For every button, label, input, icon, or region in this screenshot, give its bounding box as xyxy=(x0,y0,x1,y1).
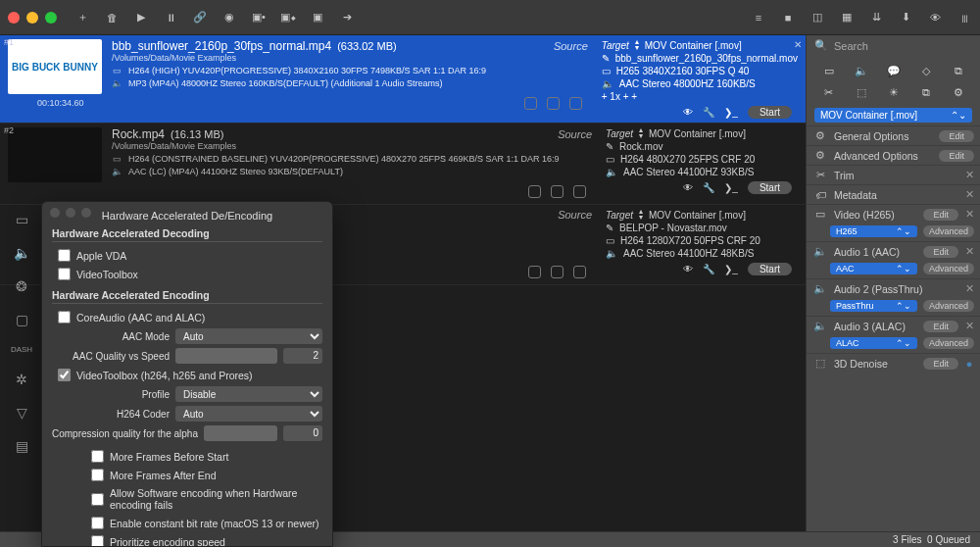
view-compact-icon[interactable]: ≡ xyxy=(751,10,766,25)
alpha-value[interactable]: 0 xyxy=(283,425,322,441)
updown-icon[interactable]: ▴▾ xyxy=(639,209,643,221)
tg-tag-icon[interactable]: ◇ xyxy=(909,60,942,81)
advanced-button[interactable]: Advanced xyxy=(923,337,974,349)
terminal-icon[interactable]: ❯_ xyxy=(724,182,738,193)
alpha-slider[interactable] xyxy=(204,425,277,441)
tg-brightness-icon[interactable]: ☀ xyxy=(877,81,909,103)
tg-audio-icon[interactable]: 🔈 xyxy=(845,60,877,81)
info-icon[interactable] xyxy=(551,266,564,278)
job-row[interactable]: #1 BIG BUCK BUNNY bbb_sunflower_2160p_30… xyxy=(0,35,806,124)
wrench-icon[interactable]: 🔧 xyxy=(703,264,714,274)
section-audio-1-aac-[interactable]: 🔈Audio 1 (AAC)Edit✕ xyxy=(807,241,980,261)
container-select[interactable]: MOV Container [.mov]⌃⌄ xyxy=(814,108,972,123)
tg-crop-icon[interactable]: ⧉ xyxy=(909,81,942,103)
prefs-video-icon[interactable]: ▭ xyxy=(16,212,28,227)
prefs-log-icon[interactable]: ▤ xyxy=(16,438,28,454)
edit-button[interactable]: Edit xyxy=(939,150,974,162)
section-3d-denoise[interactable]: ⬚3D DenoiseEdit● xyxy=(807,353,980,373)
check-coreaudio[interactable]: CoreAudio (AAC and ALAC) xyxy=(52,308,322,326)
edit-button[interactable]: Edit xyxy=(923,246,958,258)
check-option[interactable]: More Frames After End xyxy=(85,466,322,484)
stats-icon[interactable]: ⇊ xyxy=(868,10,884,25)
start-button[interactable]: Start xyxy=(748,106,792,119)
camera3-icon[interactable]: ▣ xyxy=(310,10,325,25)
add-target-icon[interactable] xyxy=(524,97,537,110)
check-option[interactable]: Allow Software encoding when Hardware en… xyxy=(85,484,322,514)
prefs-color-icon[interactable]: ✲ xyxy=(16,372,27,387)
aac-quality-value[interactable]: 2 xyxy=(283,348,322,364)
link-icon[interactable]: 🔗 xyxy=(192,10,208,25)
prefs-general-icon[interactable]: ❂ xyxy=(16,278,27,294)
section-metadata[interactable]: 🏷Metadata✕ xyxy=(807,184,980,204)
info-icon[interactable] xyxy=(547,97,560,110)
view-stop-icon[interactable]: ■ xyxy=(780,10,796,25)
add-target-icon[interactable] xyxy=(528,185,541,198)
check-option[interactable]: More Frames Before Start xyxy=(85,447,322,466)
check-apple-vda[interactable]: Apple VDA xyxy=(52,246,322,265)
view-grid-icon[interactable]: ▦ xyxy=(839,10,855,25)
aac-mode-select[interactable]: Auto xyxy=(175,328,322,344)
edit-button[interactable]: Edit xyxy=(923,321,958,332)
preview-icon[interactable]: 👁 xyxy=(683,264,693,274)
tg-window-icon[interactable]: ⧉ xyxy=(942,60,974,81)
advanced-button[interactable]: Advanced xyxy=(923,263,974,274)
edit-button[interactable]: Edit xyxy=(923,209,958,221)
prefs-dash-icon[interactable]: DASH xyxy=(11,345,32,354)
job-row[interactable]: #2 Rock.mp4 (16.13 MB) Source /Volumes/D… xyxy=(0,124,806,205)
advanced-button[interactable]: Advanced xyxy=(923,225,974,237)
disc-icon[interactable]: ◉ xyxy=(221,10,237,25)
aac-quality-slider[interactable] xyxy=(175,348,277,364)
prefs-filter-icon[interactable]: ▽ xyxy=(17,405,27,421)
terminal-icon[interactable]: ❯_ xyxy=(724,107,738,118)
preview-icon[interactable]: 👁 xyxy=(683,182,693,193)
check-option[interactable]: Enable constant bit rate (macOS 13 or ne… xyxy=(85,514,322,532)
edit-button[interactable]: Edit xyxy=(939,130,974,142)
panel-zoom[interactable] xyxy=(81,208,91,218)
camera2-icon[interactable]: ▣⬥ xyxy=(280,10,296,25)
download-icon[interactable]: ⬇ xyxy=(898,10,913,25)
terminal-icon[interactable]: ❯_ xyxy=(724,264,738,274)
search-icon[interactable] xyxy=(569,97,582,110)
remove-icon[interactable]: ✕ xyxy=(964,208,974,221)
sendto-icon[interactable]: ➔ xyxy=(339,10,355,25)
tg-video-icon[interactable]: ▭ xyxy=(812,60,845,81)
view-split-icon[interactable]: ◫ xyxy=(809,10,825,25)
section-video-h265-[interactable]: ▭Video (H265)Edit✕ xyxy=(807,204,980,224)
add-target-icon[interactable] xyxy=(528,266,541,278)
pause-icon[interactable]: ⏸ xyxy=(163,10,178,25)
preview-icon[interactable]: 👁 xyxy=(927,10,943,25)
search-icon[interactable] xyxy=(573,266,586,278)
equalizer-icon[interactable]: ⫼ xyxy=(956,10,972,25)
start-button[interactable]: Start xyxy=(748,263,792,275)
check-option[interactable]: Prioritize encoding speed xyxy=(85,532,322,547)
info-icon[interactable] xyxy=(551,185,564,198)
updown-icon[interactable]: ▴▾ xyxy=(639,127,643,139)
trash-icon[interactable]: 🗑 xyxy=(104,10,120,25)
search-icon[interactable] xyxy=(573,185,586,198)
preview-icon[interactable]: 👁 xyxy=(683,107,693,118)
prefs-display-icon[interactable]: ▢ xyxy=(16,312,28,327)
wrench-icon[interactable]: 🔧 xyxy=(703,107,714,118)
prefs-audio-icon[interactable]: 🔈 xyxy=(14,245,30,261)
codec-select[interactable]: PassThru⌃⌄ xyxy=(830,300,917,312)
section-audio-3-alac-[interactable]: 🔈Audio 3 (ALAC)Edit✕ xyxy=(807,316,980,335)
section-audio-2-passthru-[interactable]: 🔈Audio 2 (PassThru)✕ xyxy=(807,278,980,298)
close-icon[interactable]: ✕ xyxy=(794,39,802,50)
zoom-window[interactable] xyxy=(45,12,57,24)
advanced-button[interactable]: Advanced xyxy=(923,300,974,312)
panel-close[interactable] xyxy=(50,208,60,218)
remove-icon[interactable]: ✕ xyxy=(964,188,974,201)
tg-package-icon[interactable]: ⬚ xyxy=(845,81,877,103)
minimize-window[interactable] xyxy=(26,12,38,24)
section-trim[interactable]: ✂Trim✕ xyxy=(807,165,980,184)
section-general-options[interactable]: ⚙General OptionsEdit xyxy=(807,125,980,145)
section-advanced-options[interactable]: ⚙Advanced OptionsEdit xyxy=(807,145,980,165)
wrench-icon[interactable]: 🔧 xyxy=(703,182,714,193)
panel-min[interactable] xyxy=(66,208,75,218)
remove-icon[interactable]: ✕ xyxy=(964,320,974,332)
remove-icon[interactable]: ✕ xyxy=(964,245,974,258)
remove-icon[interactable]: ✕ xyxy=(964,169,974,181)
camera1-icon[interactable]: ▣• xyxy=(251,10,267,25)
tg-subtitle-icon[interactable]: 💬 xyxy=(877,60,909,81)
remove-icon[interactable]: ✕ xyxy=(964,282,974,295)
